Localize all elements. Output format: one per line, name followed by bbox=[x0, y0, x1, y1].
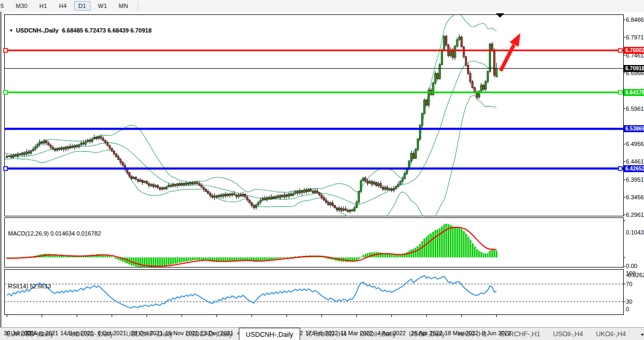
level-handle[interactable] bbox=[618, 91, 622, 94]
macd-indicator-label: MACD(12,26,9) 0.014634 0.016782 bbox=[8, 230, 101, 237]
chart-tab-usoil-h4[interactable]: USOil-,H4 bbox=[546, 328, 589, 340]
up-arrow-shaft[interactable] bbox=[499, 44, 516, 72]
rsi-pane[interactable] bbox=[5, 270, 624, 315]
timeframe-button-mn[interactable]: MN bbox=[115, 1, 133, 11]
date-axis-label[interactable]: 23 Aug 2021 bbox=[26, 330, 59, 336]
mt4-window: { "toolbar": { "items": ["5", "M30", "H1… bbox=[0, 0, 644, 340]
chart-tab-usdcnh-daily[interactable]: USDCNH-,Daily bbox=[239, 328, 300, 340]
tab-scroll-controls: ◄► bbox=[640, 328, 644, 340]
axis-ticks bbox=[7, 20, 625, 317]
date-axis-label[interactable]: 26 Apr 2022 bbox=[411, 330, 442, 336]
date-axis-label[interactable]: 4 Apr 2022 bbox=[377, 330, 406, 336]
rsi-axis-label: 30 bbox=[626, 298, 632, 305]
price-level-badge: 6.64178 bbox=[624, 89, 644, 96]
horizontal-levels[interactable] bbox=[4, 48, 623, 171]
tab-scroll-left-icon[interactable]: ◄ bbox=[640, 332, 644, 337]
rsi-axis-label: 100 bbox=[626, 270, 635, 277]
price-tick-label: 6.59610 bbox=[626, 106, 644, 112]
level-handle[interactable] bbox=[4, 167, 7, 171]
macd-axis-label: 0.104313 bbox=[626, 229, 644, 236]
date-axis-label[interactable]: 17 Feb 2022 bbox=[305, 330, 339, 336]
macd-pane[interactable] bbox=[5, 218, 624, 268]
rsi-indicator-label: RSI(14) 52.6613 bbox=[8, 283, 51, 289]
level-handle[interactable] bbox=[4, 48, 7, 52]
price-level-badge: 6.42652 bbox=[624, 165, 644, 172]
price-level-badge: 6.70918 bbox=[624, 65, 644, 72]
price-level-badge: 6.76002 bbox=[624, 47, 644, 54]
chart-title: ▼USDCNH-,Daily 6.68485 6.72473 6.68439 6… bbox=[9, 27, 151, 34]
timeframe-button-h1[interactable]: H1 bbox=[35, 1, 52, 11]
price-level-badge: 6.53869 bbox=[624, 125, 644, 132]
chart-ohlc-values: 6.68485 6.72473 6.68439 6.70918 bbox=[62, 27, 151, 34]
timeframe-button-m30[interactable]: M30 bbox=[11, 1, 31, 11]
price-tick-label: 6.34560 bbox=[626, 194, 644, 200]
macd-axis-label: 0.00 bbox=[626, 263, 637, 269]
annotations[interactable] bbox=[496, 13, 520, 72]
level-handle[interactable] bbox=[4, 91, 7, 94]
timeframe-button-d1[interactable]: D1 bbox=[74, 1, 91, 11]
price-tick-label: 6.29610 bbox=[626, 212, 644, 218]
rsi-axis-label: 0 bbox=[626, 306, 629, 312]
price-tick-label: 6.39510 bbox=[626, 176, 644, 183]
level-handle[interactable] bbox=[618, 167, 622, 171]
date-axis-label[interactable]: 6 Oct 2021 bbox=[98, 330, 126, 336]
chart-canvas bbox=[2, 12, 644, 327]
timeframe-button-w1[interactable]: W1 bbox=[94, 1, 111, 11]
date-axis-label[interactable]: 11 Mar 2022 bbox=[341, 330, 373, 336]
date-axis-label[interactable]: 9 Jun 2022 bbox=[482, 330, 511, 336]
symbol-dropdown-icon[interactable]: ▼ bbox=[9, 28, 13, 33]
chart-symbol-period: USDCNH-,Daily bbox=[16, 27, 59, 34]
up-arrow-head[interactable] bbox=[510, 33, 520, 47]
chart-tab-ukoil-h4[interactable]: UKOil-,H4 bbox=[590, 328, 632, 340]
timeframe-button-h4[interactable]: H4 bbox=[54, 1, 71, 11]
price-tick-label: 6.79710 bbox=[626, 34, 644, 41]
rsi-plot bbox=[4, 276, 623, 308]
date-axis-label[interactable]: 19 Nov 2021 bbox=[165, 330, 198, 336]
level-handle[interactable] bbox=[618, 48, 622, 52]
price-tick-label: 6.49560 bbox=[626, 141, 644, 147]
toolbar-separator bbox=[138, 2, 138, 10]
date-axis-label[interactable]: 18 May 2022 bbox=[445, 330, 479, 336]
timeframe-toolbar: 5M30H1H4D1W1MN bbox=[0, 0, 644, 12]
down-triangle-marker[interactable] bbox=[496, 13, 504, 18]
rsi-axis-label: 70 bbox=[626, 281, 632, 287]
price-tick-label: 6.84660 bbox=[626, 17, 644, 23]
price-tick-label: 6.44610 bbox=[626, 158, 644, 165]
bollinger-bands bbox=[5, 14, 497, 225]
timeframe-button-5[interactable]: 5 bbox=[0, 1, 8, 11]
date-axis-label[interactable]: 14 Sep 2021 bbox=[60, 330, 93, 336]
main-pane[interactable] bbox=[5, 15, 624, 216]
chart-window[interactable]: ▼USDCNH-,Daily 6.68485 6.72473 6.68439 6… bbox=[0, 12, 644, 327]
date-axis-label[interactable]: 28 Oct 2021 bbox=[131, 330, 163, 336]
candlesticks bbox=[6, 34, 497, 213]
date-axis-label[interactable]: 13 Dec 2021 bbox=[200, 330, 233, 336]
